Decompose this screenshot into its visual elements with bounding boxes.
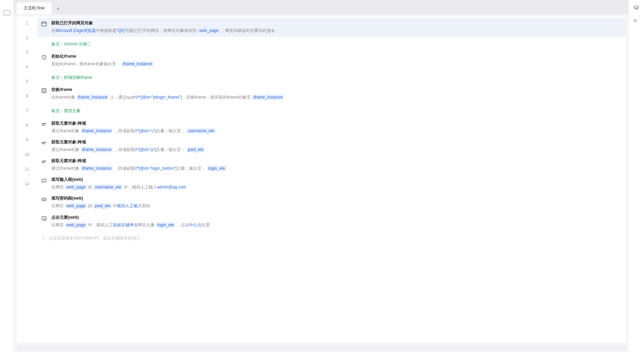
step-title: 获取元素对象-跨域 [51, 158, 622, 164]
token-login-ele[interactable]: login_ele [207, 166, 226, 171]
note-text: 跨域切换iframe [64, 75, 92, 81]
step-description: 在网页 web_page 的 pwd_ele 中模拟人工输入密码 [51, 203, 622, 209]
svg-rect-9 [42, 161, 46, 161]
panel-icon[interactable] [3, 10, 10, 15]
token-login-ele[interactable]: login_ele [156, 222, 175, 228]
step-click-element[interactable]: 点击元素(web) 在网页 web_page 中，模拟人工鼠标左键单击网页元素 … [37, 212, 626, 231]
step-description: 在网页 web_page 中，模拟人工鼠标左键单击网页元素 login_ele … [51, 222, 622, 228]
svg-text:fx: fx [634, 18, 637, 23]
step-get-element-login[interactable]: 获取元素对象-跨域 通过iframe对象 iframe_instance ，跨域… [37, 156, 626, 175]
token-iframe-instance[interactable]: iframe_instance [77, 94, 109, 100]
element-icon [41, 159, 47, 165]
svg-rect-10 [42, 162, 45, 163]
plus-icon: + [41, 236, 46, 241]
line-gutter: 1 2 3 4 5 6 7 8 9 10 11 12 [17, 17, 37, 342]
svg-point-14 [44, 199, 44, 200]
line-number: 7 [17, 104, 37, 119]
line-number: 6 [17, 90, 37, 104]
tab-add-button[interactable]: + [52, 4, 64, 14]
step-title: 点击元素(web) [51, 215, 622, 220]
tab-bar: 主流程.flow + [14, 0, 629, 14]
step-description: 在Microsoft Edge浏览器中根据标题"QQ"匹配已打开的网页，将网页对… [51, 27, 622, 34]
svg-rect-8 [42, 143, 45, 144]
token-iframe-instance[interactable]: iframe_instance [121, 61, 154, 67]
token-web-page[interactable]: web_page [65, 222, 87, 228]
step-get-element-pwd[interactable]: 获取元素对象-跨域 通过iframe对象 iframe_instance ，跨域… [37, 137, 626, 156]
step-init-iframe[interactable]: 初始化iframe 初始化iframe，将iframe对象输出至： iframe… [37, 51, 626, 70]
token-iframe-instance[interactable]: iframe_instance [81, 166, 113, 171]
svg-point-15 [45, 199, 45, 200]
refresh-icon [41, 54, 47, 60]
svg-point-13 [43, 199, 43, 200]
note-row[interactable]: 备注：###### 示例二 [37, 37, 626, 51]
note-label: 备注： [51, 75, 64, 81]
token-iframe-instance[interactable]: iframe_instance [252, 94, 284, 100]
token-iframe-instance[interactable]: iframe_instance [81, 128, 113, 134]
element-icon [41, 121, 47, 127]
token-web-page[interactable]: web_page [65, 184, 87, 190]
line-number: 10 [17, 148, 37, 162]
left-rail [0, 0, 14, 352]
step-title: 获取元素对象-跨域 [51, 120, 622, 126]
add-instruction-hint[interactable]: + 点击添加指令(Ctrl+Shift+P)，或从左侧指令区拖入 [37, 231, 626, 245]
editor-content: 1 2 3 4 5 6 7 8 9 10 11 12 [17, 17, 626, 342]
line-number: 1 [17, 17, 37, 31]
step-title: 获取已打开的网页对象 [51, 20, 622, 26]
element-icon [41, 140, 47, 146]
line-number: 3 [17, 46, 37, 60]
step-description: 初始化iframe，将iframe对象输出至： iframe_instance [51, 61, 622, 67]
token-username-ele[interactable]: username_ele [187, 128, 216, 134]
fx-icon[interactable]: fx [633, 17, 639, 24]
step-switch-iframe[interactable]: 切换iframe 在iframe对象 iframe_instance 上，通过x… [37, 85, 626, 103]
note-text: 查找元素 [64, 108, 80, 114]
svg-rect-3 [42, 89, 46, 93]
main-area: 主流程.flow + 1 2 3 4 5 6 7 8 9 10 11 12 [14, 0, 629, 352]
step-description: 在网页 web_page 的 username_ele 中，模拟人工输入admi… [51, 184, 622, 191]
step-fill-input[interactable]: 填写输入框(web) 在网页 web_page 的 username_ele 中… [37, 175, 626, 193]
token-username-ele[interactable]: username_ele [93, 184, 122, 190]
click-icon [41, 215, 47, 221]
note-row[interactable]: 备注：查找元素 [37, 104, 626, 118]
step-title: 切换iframe [51, 87, 622, 93]
line-number: 12 [17, 177, 37, 192]
line-number: 4 [17, 60, 37, 75]
password-icon [41, 196, 47, 202]
step-description: 通过iframe对象 iframe_instance ，跨域获取//*[@id=… [51, 165, 622, 172]
frame-icon [41, 87, 47, 94]
line-number: 9 [17, 133, 37, 148]
token-pwd-ele[interactable]: pwd_ele [187, 147, 205, 152]
browser-icon [41, 21, 47, 27]
step-title: 获取元素对象-跨域 [51, 139, 622, 145]
step-get-opened-webpage[interactable]: 获取已打开的网页对象 在Microsoft Edge浏览器中根据标题"QQ"匹配… [37, 18, 626, 37]
step-title: 填写密码框(web) [51, 195, 622, 201]
step-description: 通过iframe对象 iframe_instance ，跨域获取//*[@id=… [51, 146, 622, 153]
note-label: 备注： [51, 108, 64, 114]
note-row[interactable]: 备注：跨域切换iframe [37, 70, 626, 85]
step-fill-password[interactable]: 填写密码框(web) 在网页 web_page 的 pwd_ele 中模拟人工输… [37, 193, 626, 212]
token-web-page[interactable]: web_page [65, 203, 87, 209]
token-iframe-instance[interactable]: iframe_instance [81, 147, 113, 152]
tab-main-flow[interactable]: 主流程.flow [17, 2, 52, 14]
svg-rect-6 [42, 125, 45, 125]
svg-rect-5 [42, 123, 46, 124]
line-number: 5 [17, 75, 37, 90]
note-label: 备注： [51, 41, 64, 47]
svg-rect-0 [42, 22, 46, 26]
layers-icon[interactable] [633, 5, 639, 11]
step-title: 初始化iframe [51, 53, 622, 59]
line-number: 11 [17, 162, 37, 177]
svg-rect-11 [42, 179, 46, 182]
token-pwd-ele[interactable]: pwd_ele [93, 203, 112, 209]
right-rail: fx [629, 0, 644, 352]
line-number: 2 [17, 31, 37, 46]
input-icon [41, 177, 47, 184]
note-text: ###### 示例二 [64, 41, 91, 47]
footer-bar [17, 345, 626, 351]
add-hint-text: 点击添加指令(Ctrl+Shift+P)，或从左侧指令区拖入 [49, 235, 140, 241]
step-description: 通过iframe对象 iframe_instance ，跨域获取//*[@id=… [51, 128, 622, 134]
step-get-element-username[interactable]: 获取元素对象-跨域 通过iframe对象 iframe_instance ，跨域… [37, 118, 626, 137]
step-description: 在iframe对象 iframe_instance 上，通过xpath//*[@… [51, 94, 622, 101]
token-web-page[interactable]: web_page [198, 28, 220, 33]
svg-rect-4 [43, 90, 45, 92]
line-number: 8 [17, 119, 37, 133]
